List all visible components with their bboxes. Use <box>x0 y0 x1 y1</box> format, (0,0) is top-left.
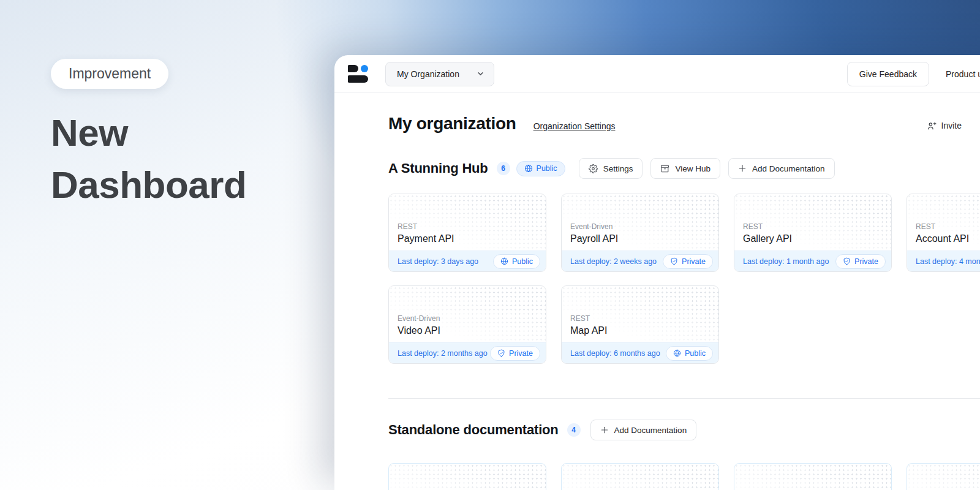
api-type: Event-Driven <box>570 222 710 231</box>
api-card[interactable]: REST Map API Last deploy: 6 months ago P… <box>561 285 719 364</box>
logo-block <box>348 65 358 72</box>
logo-block <box>348 75 368 83</box>
api-name: Payment API <box>398 233 537 244</box>
api-name: Account API <box>916 233 980 244</box>
add-documentation-button[interactable]: Add Documentation <box>728 158 835 179</box>
org-selector-dropdown[interactable]: My Organization <box>385 62 494 86</box>
page-header: My organization Organization Settings In… <box>388 114 980 134</box>
api-card-body: REST Payment API <box>389 194 546 251</box>
documentation-card[interactable] <box>734 463 892 490</box>
standalone-add-documentation-button[interactable]: Add Documentation <box>590 420 697 440</box>
api-card-footer: Last deploy: 2 weeks ago Private <box>562 251 718 271</box>
api-visibility-pill: Private <box>663 254 713 269</box>
shield-check-icon <box>670 257 678 265</box>
shield-check-icon <box>843 257 851 265</box>
api-card-footer: Last deploy: 1 month ago Private <box>734 251 891 271</box>
api-visibility-label: Public <box>685 349 706 358</box>
api-deploy: Last deploy: 4 months ago <box>916 257 980 266</box>
api-card-footer: Last deploy: 3 days ago Public <box>389 251 546 271</box>
api-deploy: Last deploy: 2 months ago <box>398 349 488 358</box>
api-card-footer: Last deploy: 6 months ago Public <box>562 342 718 363</box>
api-card[interactable]: REST Account API Last deploy: 4 months a… <box>907 194 980 272</box>
bump-logo <box>348 65 371 83</box>
api-name: Map API <box>570 325 710 336</box>
api-visibility-pill: Public <box>493 254 540 269</box>
hub-visibility-label: Public <box>537 164 557 173</box>
hub-header: A Stunning Hub 6 Public Settings View Hu… <box>388 158 980 179</box>
hub-visibility-badge: Public <box>516 161 565 176</box>
view-hub-label: View Hub <box>675 164 710 173</box>
api-type: REST <box>743 222 883 231</box>
globe-icon <box>500 257 508 265</box>
api-visibility-pill: Public <box>666 346 713 361</box>
api-name: Payroll API <box>570 233 710 244</box>
invite-label: Invite <box>941 121 962 130</box>
api-card-body: REST Account API <box>907 194 980 251</box>
org-selector-label: My Organization <box>397 69 459 79</box>
standalone-count-badge: 4 <box>567 423 581 437</box>
add-documentation-label: Add Documentation <box>752 164 825 173</box>
topbar: My Organization Give Feedback Product up… <box>334 55 980 93</box>
globe-icon <box>524 164 533 173</box>
plus-icon <box>600 426 609 434</box>
plus-icon <box>738 164 747 173</box>
gear-icon <box>589 164 598 173</box>
release-title-line1: New <box>51 107 246 159</box>
topbar-right: Give Feedback Product updates <box>847 62 980 86</box>
api-name: Video API <box>398 325 537 336</box>
dashboard-window: My Organization Give Feedback Product up… <box>334 55 980 490</box>
section-divider <box>388 398 980 399</box>
standalone-title: Standalone documentation <box>388 422 559 438</box>
api-card-body: REST Map API <box>562 286 718 342</box>
api-type: REST <box>570 314 710 323</box>
api-card[interactable]: REST Gallery API Last deploy: 1 month ag… <box>734 194 892 272</box>
product-updates-link[interactable]: Product updates <box>946 69 980 79</box>
api-card[interactable]: REST Payment API Last deploy: 3 days ago… <box>388 194 546 272</box>
api-visibility-label: Private <box>509 349 533 358</box>
api-card-body: REST Gallery API <box>734 194 891 251</box>
api-card-body: Event-Driven Video API <box>389 286 546 342</box>
user-plus-icon <box>927 121 937 131</box>
api-visibility-pill: Private <box>490 346 540 361</box>
documentation-card[interactable] <box>388 463 546 490</box>
api-deploy: Last deploy: 3 days ago <box>398 257 478 266</box>
api-name: Gallery API <box>743 233 883 244</box>
api-card[interactable]: Event-Driven Payroll API Last deploy: 2 … <box>561 194 719 272</box>
standalone-doc-grid <box>388 463 980 490</box>
api-deploy: Last deploy: 1 month ago <box>743 257 829 266</box>
documentation-card[interactable] <box>561 463 719 490</box>
api-visibility-label: Public <box>512 257 533 266</box>
archive-box-icon <box>660 164 669 173</box>
documentation-card[interactable] <box>907 463 980 490</box>
hub-settings-label: Settings <box>603 164 633 173</box>
hero-announcement: Improvement New Dashboard <box>51 59 246 211</box>
standalone-add-documentation-label: Add Documentation <box>614 426 687 435</box>
organization-settings-link[interactable]: Organization Settings <box>533 121 616 131</box>
api-card-body: Event-Driven Payroll API <box>562 194 718 251</box>
shield-check-icon <box>497 349 505 357</box>
page-title: My organization <box>388 114 516 134</box>
dashboard-content: My organization Organization Settings In… <box>334 114 980 490</box>
hub-title: A Stunning Hub <box>388 160 488 176</box>
release-title-line2: Dashboard <box>51 159 246 211</box>
view-hub-button[interactable]: View Hub <box>650 158 720 179</box>
api-visibility-pill: Private <box>835 254 886 269</box>
hub-actions: Settings View Hub Add Documentation <box>579 158 835 179</box>
api-card[interactable]: Event-Driven Video API Last deploy: 2 mo… <box>388 285 546 364</box>
api-type: REST <box>916 222 980 231</box>
api-card-footer: Last deploy: 2 months ago Private <box>389 342 546 363</box>
hub-settings-button[interactable]: Settings <box>579 158 643 179</box>
chevron-down-icon <box>477 70 484 78</box>
api-visibility-label: Private <box>854 257 878 266</box>
api-visibility-label: Private <box>682 257 706 266</box>
release-title: New Dashboard <box>51 107 246 211</box>
invite-button[interactable]: Invite <box>927 121 962 131</box>
logo-dot <box>361 65 368 72</box>
api-deploy: Last deploy: 6 months ago <box>570 349 660 358</box>
release-type-badge: Improvement <box>51 59 168 89</box>
hub-count-badge: 6 <box>497 162 510 175</box>
globe-icon <box>673 349 681 357</box>
api-deploy: Last deploy: 2 weeks ago <box>570 257 657 266</box>
api-card-footer: Last deploy: 4 months ago Public <box>907 251 980 271</box>
give-feedback-button[interactable]: Give Feedback <box>847 62 929 86</box>
